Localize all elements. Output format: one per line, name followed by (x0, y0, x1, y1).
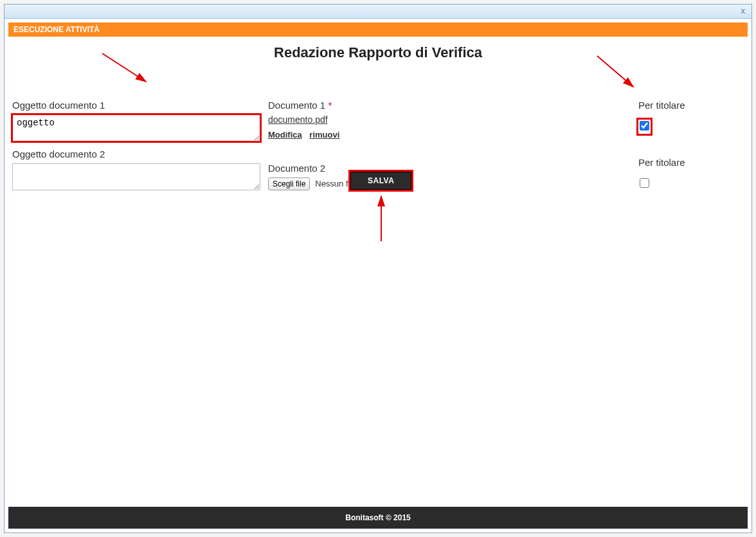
column-left: Oggetto documento 1 Oggetto documento 2 (12, 100, 263, 192)
save-button[interactable]: SALVA (350, 172, 411, 190)
titolare1-checkbox-wrap (638, 120, 651, 134)
annotation-arrow-3 (375, 194, 388, 244)
documento1-label: Documento 1 * (268, 100, 525, 111)
choose-file-button[interactable]: Scegli file (268, 177, 310, 190)
oggetto1-input[interactable] (12, 114, 260, 141)
oggetto2-input[interactable] (12, 163, 260, 190)
required-marker: * (328, 100, 332, 111)
documento1-remove-link[interactable]: rimuovi (309, 130, 339, 140)
panel-header: ESECUZIONE ATTIVITÀ (8, 23, 748, 37)
oggetto2-label: Oggetto documento 2 (12, 149, 263, 159)
titolare2-checkbox[interactable] (640, 178, 649, 188)
column-right: Per titolare Per titolare (638, 100, 741, 191)
documento1-filename-link[interactable]: documento.pdf (268, 114, 328, 125)
documento1-actions: Modifica rimuovi (268, 130, 525, 140)
oggetto1-label: Oggetto documento 1 (12, 100, 263, 111)
footer: Bonitasoft © 2015 (8, 507, 748, 529)
page-title: Redazione Rapporto di Verifica (8, 44, 748, 61)
titolare1-checkbox[interactable] (640, 121, 649, 131)
titolare2-checkbox-wrap (638, 177, 651, 191)
save-button-highlight: SALVA (350, 172, 411, 190)
content-area: Redazione Rapporto di Verifica Oggetto d… (4, 37, 752, 507)
titolare1-label: Per titolare (638, 100, 741, 111)
close-icon[interactable]: x (741, 6, 746, 15)
documento1-label-text: Documento 1 (268, 100, 325, 111)
titolare2-label: Per titolare (638, 157, 741, 168)
documento1-modify-link[interactable]: Modifica (268, 130, 302, 140)
app-window: x ESECUZIONE ATTIVITÀ Redazione Rapporto… (4, 4, 752, 533)
titlebar: x (4, 5, 752, 19)
